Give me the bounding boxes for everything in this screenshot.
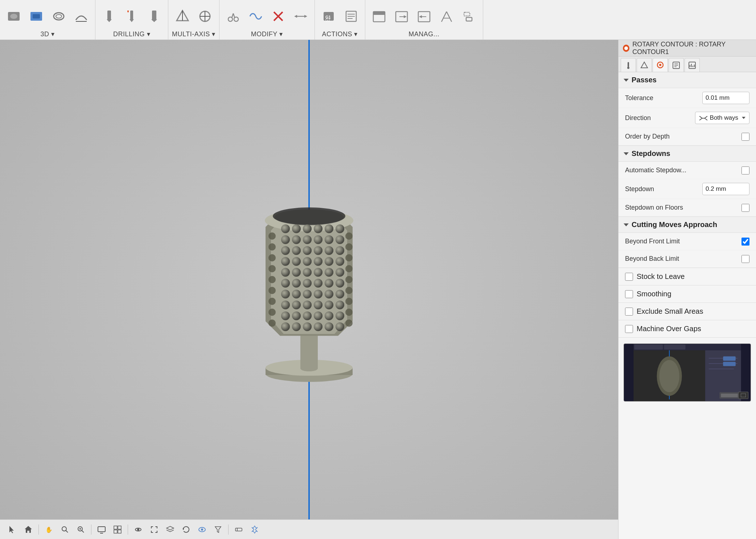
svg-point-249	[659, 360, 679, 392]
highlight-button[interactable]	[232, 523, 245, 536]
cursor-button[interactable]	[6, 523, 19, 536]
svg-point-167	[336, 268, 344, 277]
tool-manage-a[interactable]	[436, 6, 457, 28]
tab-chart[interactable]	[685, 58, 700, 72]
svg-point-166	[325, 268, 333, 277]
passes-arrow-icon	[624, 79, 629, 82]
exclude-small-areas-section[interactable]: Exclude Small Areas	[619, 303, 756, 320]
beyond-front-checkbox[interactable]	[741, 238, 749, 246]
tab-linking[interactable]	[669, 58, 684, 72]
svg-point-120	[268, 233, 276, 240]
tool-modify-arrows[interactable]	[291, 5, 311, 27]
tool-manage-export[interactable]	[391, 6, 412, 28]
smoothing-checkbox[interactable]	[625, 290, 633, 298]
smoothing-section[interactable]: Smoothing	[619, 285, 756, 303]
tool-action-simulate[interactable]: G1G2	[319, 5, 339, 27]
3d-viewport[interactable]: ✋	[0, 40, 618, 539]
tool-drill-center[interactable]	[99, 5, 119, 27]
preview-fullscreen-icon[interactable]	[738, 392, 748, 399]
main-area: ✋	[0, 40, 756, 539]
svg-point-148	[325, 235, 333, 244]
stepdowns-section-header[interactable]: Stepdowns	[619, 146, 756, 162]
beyond-back-checkbox[interactable]	[741, 255, 749, 263]
beyond-front-row: Beyond Front Limit	[619, 233, 756, 250]
svg-point-184	[325, 301, 333, 309]
toolbar-icons-modify	[223, 5, 311, 27]
zoom-fit-button[interactable]	[58, 523, 71, 536]
layers-button[interactable]	[164, 523, 177, 536]
svg-point-158	[303, 257, 312, 266]
passes-section-header[interactable]: Passes	[619, 72, 756, 88]
tool-modify-wave[interactable]	[246, 5, 266, 27]
drill-spot-icon	[124, 9, 139, 24]
fit-button[interactable]	[148, 523, 161, 536]
tool-3d-pocket[interactable]	[26, 5, 46, 27]
filter-button[interactable]	[211, 523, 225, 536]
tool-modify-scissors[interactable]	[223, 5, 243, 27]
machine-over-gaps-label: Machine Over Gaps	[637, 325, 701, 333]
toolbar-group-3d: 3D ▾	[0, 0, 95, 40]
wave-icon	[248, 9, 263, 24]
svg-point-154	[325, 246, 333, 255]
auto-stepdown-checkbox[interactable]	[741, 166, 749, 174]
tab-tool[interactable]	[621, 58, 636, 72]
tool-multiaxis-1[interactable]	[172, 5, 193, 27]
pocket-icon	[29, 9, 44, 24]
grid-button[interactable]	[111, 523, 124, 536]
template-icon	[371, 9, 387, 24]
tool-3d-contour[interactable]	[49, 5, 69, 27]
direction-dropdown[interactable]: Both ways	[695, 112, 749, 124]
manage-a-icon	[439, 9, 454, 24]
tool-manage-b[interactable]	[459, 6, 479, 28]
nav-button[interactable]	[248, 523, 261, 536]
stock-to-leave-checkbox[interactable]	[625, 273, 633, 281]
tool-3d-horizontal[interactable]	[71, 5, 91, 27]
pan-button[interactable]: ✋	[42, 523, 56, 536]
tool-multiaxis-2[interactable]	[195, 5, 215, 27]
tool-modify-x[interactable]	[268, 5, 288, 27]
stepdowns-section-title: Stepdowns	[632, 149, 670, 158]
tab-geometry[interactable]	[637, 58, 652, 72]
svg-point-175	[292, 290, 301, 299]
svg-marker-40	[404, 15, 407, 18]
machine-over-gaps-checkbox[interactable]	[625, 325, 633, 333]
svg-point-133	[345, 276, 353, 283]
svg-rect-9	[130, 11, 133, 21]
order-by-depth-checkbox[interactable]	[741, 133, 749, 141]
toolbar-label-modify: MODIFY ▾	[251, 30, 283, 38]
svg-point-149	[336, 235, 344, 244]
svg-point-141	[314, 225, 322, 233]
tool-3d-adaptive[interactable]	[4, 5, 24, 27]
direction-arrows-icon	[699, 114, 708, 122]
scissors-icon	[226, 9, 241, 24]
panel-header: ROTARY CONTOUR : ROTARY CONTOUR1	[619, 40, 756, 57]
tool-manage-import[interactable]	[414, 6, 434, 28]
svg-point-194	[303, 322, 312, 331]
stock-to-leave-section[interactable]: Stock to Leave	[619, 268, 756, 285]
zoom-custom-button[interactable]	[74, 523, 87, 536]
svg-point-169	[292, 279, 301, 288]
refresh-button[interactable]	[180, 523, 193, 536]
display-button[interactable]	[95, 523, 108, 536]
toolbar-label-multiaxis: MULTI-AXIS ▾	[172, 30, 215, 38]
machine-over-gaps-section[interactable]: Machine Over Gaps	[619, 320, 756, 338]
svg-rect-226	[628, 62, 629, 67]
tool-manage-template[interactable]	[369, 6, 389, 28]
tool-action-post[interactable]	[341, 5, 361, 27]
home-button[interactable]	[22, 523, 35, 536]
toolbar-label-3d: 3D ▾	[40, 30, 54, 38]
stepdown-input[interactable]	[702, 183, 749, 195]
tab-passes[interactable]	[653, 58, 668, 72]
svg-point-183	[314, 301, 322, 309]
visibility-button[interactable]	[196, 523, 209, 536]
orbit-button[interactable]	[132, 523, 145, 536]
toolbar-label-manage: MANAG...	[408, 30, 439, 38]
cutting-moves-section-header[interactable]: Cutting Moves Approach	[619, 217, 756, 233]
tolerance-input[interactable]	[702, 92, 749, 104]
exclude-small-areas-checkbox[interactable]	[625, 308, 633, 316]
svg-rect-222	[235, 528, 242, 531]
tool-drill-bore[interactable]	[144, 5, 164, 27]
stepdown-floors-checkbox[interactable]	[741, 204, 749, 212]
svg-point-132	[345, 265, 353, 272]
tool-drill-spot[interactable]	[122, 5, 142, 27]
